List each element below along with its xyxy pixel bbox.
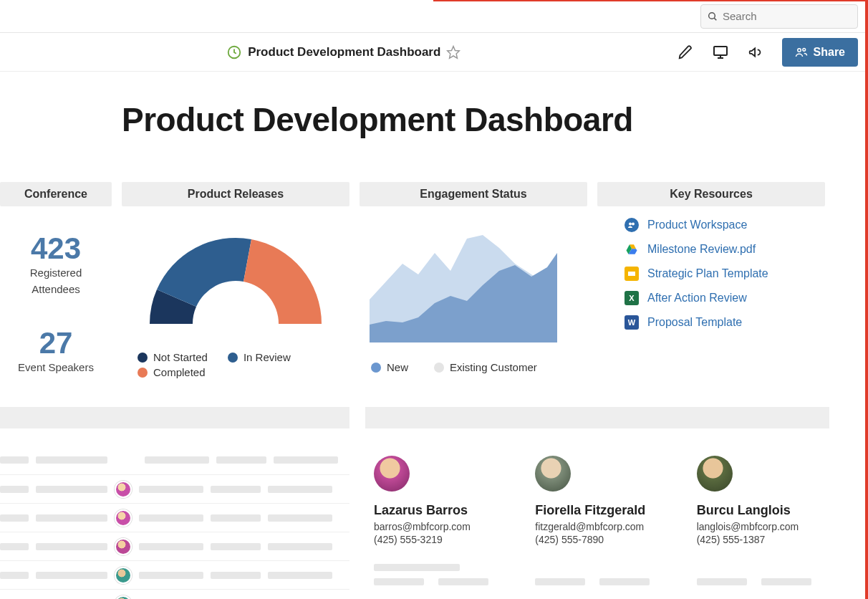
resource-milestone-review[interactable]: Milestone Review.pdf <box>625 242 825 257</box>
workspace-icon <box>625 218 639 232</box>
legend-in-review: In Review <box>228 351 291 363</box>
contact-card[interactable]: Burcu Langlois langlois@mbfcorp.com (425… <box>697 456 821 585</box>
resource-after-action[interactable]: X After Action Review <box>625 291 825 305</box>
avatar-icon <box>535 456 571 492</box>
widget-resources-title: Key Resources <box>597 182 825 206</box>
page-title: Product Development Dashboard <box>122 100 868 139</box>
engagement-area-chart <box>367 214 560 350</box>
resource-label: After Action Review <box>647 292 747 305</box>
releases-donut-chart <box>141 216 330 338</box>
resource-label: Proposal Template <box>647 316 742 329</box>
resource-label: Strategic Plan Template <box>647 267 768 280</box>
registered-attendees-value: 423 <box>7 234 105 264</box>
contact-name: Burcu Langlois <box>697 503 821 518</box>
contact-card[interactable]: Fiorella Fitzgerald fitzgerald@mbfcorp.c… <box>535 456 659 585</box>
event-speakers-label: Event Speakers <box>7 361 105 375</box>
share-button[interactable]: Share <box>782 38 858 67</box>
title-bar: Product Development Dashboard Share <box>0 33 868 72</box>
table-panel-header <box>0 407 349 428</box>
search-icon <box>707 11 718 22</box>
contact-phone: (425) 555-1387 <box>697 534 821 545</box>
legend-not-started: Not Started <box>138 351 208 363</box>
table-panel <box>0 407 349 599</box>
table-header-row <box>0 446 349 474</box>
dashboard-clock-icon <box>226 44 242 60</box>
contact-email: langlois@mbfcorp.com <box>697 521 821 532</box>
contact-phone: (425) 555-7890 <box>535 534 659 545</box>
legend-new: New <box>371 361 408 373</box>
excel-icon: X <box>625 291 639 305</box>
top-bar <box>0 0 868 33</box>
header-title: Product Development Dashboard <box>248 45 440 59</box>
svg-point-0 <box>709 12 715 19</box>
search-input-wrapper[interactable] <box>700 4 858 29</box>
widget-conference-title: Conference <box>0 182 112 206</box>
registered-attendees-label2: Attendees <box>7 283 105 297</box>
contact-card[interactable]: Lazarus Barros barros@mbfcorp.com (425) … <box>374 456 498 585</box>
contact-email: fitzgerald@mbfcorp.com <box>535 521 659 532</box>
table-row[interactable] <box>0 560 349 589</box>
table-row[interactable] <box>0 474 349 503</box>
svg-point-7 <box>797 48 801 52</box>
edit-icon[interactable] <box>677 44 693 60</box>
registered-attendees-label1: Registered <box>7 267 105 280</box>
widget-releases: Product Releases Not Started In Review C… <box>122 182 349 378</box>
svg-point-8 <box>802 48 805 51</box>
table-row[interactable] <box>0 503 349 532</box>
legend-existing: Existing Customer <box>434 361 537 373</box>
avatar-icon <box>115 567 132 584</box>
people-icon <box>795 46 808 59</box>
contact-name: Fiorella Fitzgerald <box>535 503 659 518</box>
table-row[interactable] <box>0 532 349 560</box>
svg-rect-4 <box>714 47 727 55</box>
contacts-panel-header <box>365 407 829 428</box>
widget-resources: Key Resources Product Workspace Mileston… <box>597 182 825 378</box>
widget-engagement: Engagement Status New Existing Customer <box>360 182 587 378</box>
avatar-icon <box>115 509 132 527</box>
gdrive-icon <box>625 242 639 257</box>
svg-line-1 <box>714 18 716 20</box>
table-row[interactable] <box>0 589 349 599</box>
resource-strategic-plan[interactable]: Strategic Plan Template <box>625 267 825 281</box>
resource-product-workspace[interactable]: Product Workspace <box>625 218 825 232</box>
star-icon[interactable] <box>446 45 460 59</box>
contacts-panel: Lazarus Barros barros@mbfcorp.com (425) … <box>365 407 829 599</box>
event-speakers-value: 27 <box>7 328 105 358</box>
resource-proposal-template[interactable]: W Proposal Template <box>625 315 825 330</box>
share-label: Share <box>814 46 845 59</box>
contact-name: Lazarus Barros <box>374 503 498 518</box>
svg-marker-3 <box>448 46 460 58</box>
megaphone-icon[interactable] <box>748 44 763 60</box>
avatar-icon <box>115 481 132 498</box>
resource-label: Milestone Review.pdf <box>647 243 756 256</box>
avatar-icon <box>115 538 132 555</box>
word-icon: W <box>625 315 639 330</box>
svg-point-9 <box>629 223 632 226</box>
contact-phone: (425) 555-3219 <box>374 534 498 545</box>
widget-engagement-title: Engagement Status <box>360 182 587 206</box>
search-input[interactable] <box>723 10 852 22</box>
avatar-icon <box>697 456 733 492</box>
svg-point-10 <box>632 223 635 226</box>
resource-label: Product Workspace <box>647 219 747 231</box>
widget-releases-title: Product Releases <box>122 182 349 206</box>
widget-conference: Conference 423 Registered Attendees 27 E… <box>0 182 112 378</box>
contact-email: barros@mbfcorp.com <box>374 521 498 532</box>
slides-icon <box>625 267 639 281</box>
avatar-icon <box>374 456 410 492</box>
avatar-icon <box>115 595 132 600</box>
legend-completed: Completed <box>138 366 206 378</box>
present-icon[interactable] <box>712 44 729 61</box>
